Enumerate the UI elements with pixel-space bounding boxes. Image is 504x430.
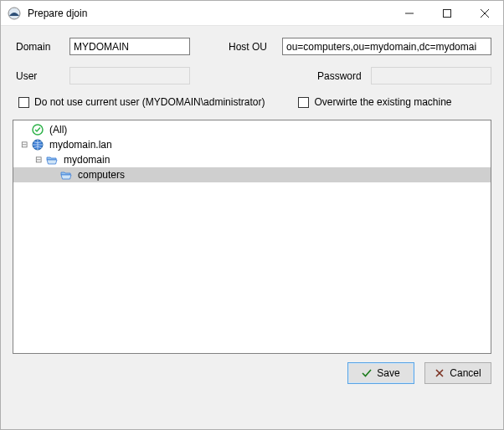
window-title: Prepare djoin (28, 8, 390, 19)
not-current-user-label: Do not use current user (MYDOMAIN\admini… (34, 96, 265, 108)
folder-open-icon (45, 153, 59, 166)
app-icon (8, 7, 21, 20)
tree-label: computers (76, 169, 126, 181)
overwrite-checkbox[interactable]: Overwirte the existing machine (298, 96, 451, 108)
password-label: Password (317, 70, 371, 82)
ou-tree[interactable]: ▪ (All) ⊟ mydomain.lan ⊟ (13, 120, 491, 354)
x-icon (435, 368, 445, 378)
cancel-button[interactable]: Cancel (424, 362, 491, 384)
titlebar: Prepare djoin (1, 1, 503, 26)
globe-icon (31, 138, 44, 151)
password-input (371, 67, 491, 84)
window-buttons (390, 1, 503, 25)
tree-label: mydomain.lan (48, 139, 114, 151)
tree-node-ou-computers[interactable]: ▪ computers (13, 167, 491, 182)
maximize-button[interactable] (428, 1, 465, 25)
minimize-button[interactable] (390, 1, 428, 25)
svg-rect-1 (443, 9, 450, 17)
prepare-djoin-window: Prepare djoin Domain Host OU (0, 0, 504, 430)
save-button[interactable]: Save (347, 362, 414, 384)
tree-twisty-none: ▪ (17, 125, 31, 134)
tree-collapse-icon[interactable]: ⊟ (31, 156, 45, 164)
tree-label: mydomain (62, 154, 111, 166)
hostou-input[interactable] (282, 38, 491, 55)
checkbox-icon (18, 97, 29, 108)
check-circle-icon (31, 123, 44, 136)
client-area: Domain Host OU User Password (1, 26, 503, 429)
tree-node-ou-mydomain[interactable]: ⊟ mydomain (13, 152, 491, 167)
overwrite-label: Overwirte the existing machine (314, 96, 451, 108)
tree-label: (All) (48, 124, 69, 136)
tree-node-all[interactable]: ▪ (All) (13, 122, 491, 137)
tree-node-domain[interactable]: ⊟ mydomain.lan (13, 137, 491, 152)
cancel-button-label: Cancel (450, 367, 481, 379)
checkbox-icon (298, 97, 309, 108)
domain-input[interactable] (69, 38, 190, 55)
close-button[interactable] (465, 1, 503, 25)
tree-twisty-none: ▪ (45, 171, 59, 179)
domain-label: Domain (16, 41, 69, 53)
user-input (69, 67, 190, 84)
not-current-user-checkbox[interactable]: Do not use current user (MYDOMAIN\admini… (18, 96, 265, 108)
button-bar: Save Cancel (1, 354, 503, 394)
form-area: Domain Host OU User Password (1, 26, 503, 120)
tree-collapse-icon[interactable]: ⊟ (17, 141, 31, 149)
check-icon (362, 368, 372, 378)
save-button-label: Save (377, 367, 399, 379)
folder-open-icon (59, 168, 73, 182)
user-label: User (16, 70, 69, 82)
hostou-label: Host OU (229, 41, 282, 53)
